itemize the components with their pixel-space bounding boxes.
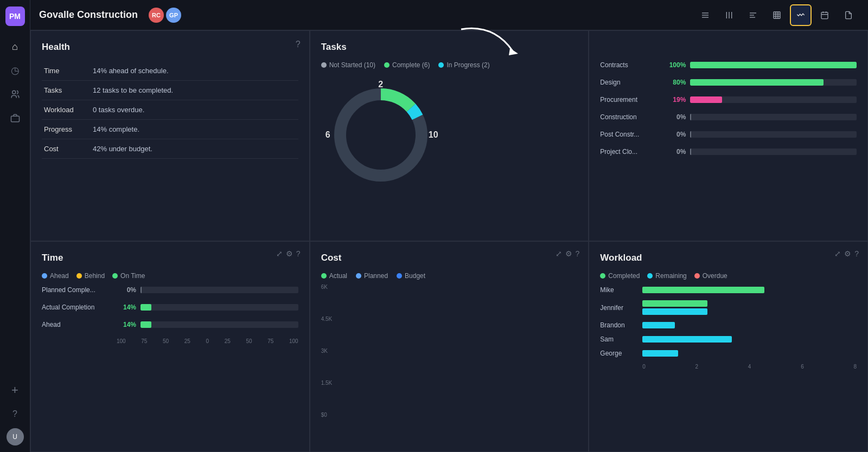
doc-view-button[interactable]: [838, 4, 859, 26]
app-logo[interactable]: PM: [5, 7, 25, 26]
tasks-donut: 2 6 10: [321, 75, 441, 195]
legend-dot: [321, 62, 327, 68]
sidebar-item-portfolio[interactable]: [5, 108, 25, 128]
time-axis-label: 0: [206, 338, 209, 344]
workload-bar-row: Sam: [600, 335, 857, 343]
time-bar-track: [141, 321, 298, 328]
health-label: Workload: [42, 100, 91, 120]
avatar-gp[interactable]: GP: [166, 8, 181, 23]
progress-row: Procurement 19%: [600, 96, 857, 104]
workload-bars-stack: [642, 350, 857, 357]
table-view-button[interactable]: [766, 4, 788, 26]
workload-settings-icon[interactable]: ⚙: [844, 249, 851, 258]
legend-label: Budget: [405, 272, 425, 280]
cost-settings-icon[interactable]: ⚙: [565, 249, 572, 258]
cost-expand-icon[interactable]: ⤢: [556, 249, 562, 258]
dashboard: Health ? Time14% ahead of schedule.Tasks…: [30, 30, 868, 452]
health-value: 12 tasks to be completed.: [91, 81, 298, 100]
sidebar-avatar[interactable]: U: [7, 428, 24, 445]
time-settings-icon[interactable]: ⚙: [286, 249, 293, 258]
sidebar-item-home[interactable]: ⌂: [5, 37, 25, 56]
workload-controls: ⤢ ⚙ ?: [834, 249, 859, 258]
health-row: Cost42% under budget.: [42, 139, 298, 159]
progress-pct: 0%: [664, 113, 686, 121]
workload-legend: CompletedRemainingOverdue: [600, 272, 857, 280]
progress-row: Contracts 100%: [600, 61, 857, 69]
sidebar-add-button[interactable]: +: [5, 380, 25, 400]
health-value: 14% ahead of schedule.: [91, 61, 298, 81]
progress-label: Post Constr...: [600, 131, 660, 138]
cost-panel: Cost ⤢ ⚙ ? ActualPlannedBudget $01.5K3K4…: [310, 241, 589, 452]
legend-dot: [112, 273, 118, 279]
workload-axis-label: 0: [642, 364, 646, 370]
cost-y-label: 3K: [321, 348, 341, 354]
project-title: Govalle Construction: [39, 9, 138, 21]
legend-label: Behind: [85, 272, 105, 280]
list-view-button[interactable]: [694, 4, 716, 26]
tasks-panel: Tasks Not Started (10)Complete (6)In Pro…: [310, 30, 589, 241]
main-content: Govalle Construction RC GP: [30, 0, 868, 452]
time-bar-pct: 14%: [117, 321, 136, 328]
legend-label: Actual: [329, 272, 347, 280]
health-help-icon[interactable]: ?: [296, 40, 301, 49]
tasks-area: 2 6 10: [321, 75, 578, 195]
workload-person-name: Jennifer: [600, 304, 638, 312]
cost-help-icon[interactable]: ?: [576, 249, 580, 258]
cost-legend-item: Actual: [321, 272, 347, 280]
progress-pct: 19%: [664, 96, 686, 104]
donut-label-top: 2: [378, 80, 383, 89]
legend-dot: [384, 62, 390, 68]
topbar: Govalle Construction RC GP: [30, 0, 868, 30]
cost-legend-item: Budget: [397, 272, 425, 280]
legend-dot: [694, 273, 700, 279]
progress-bar-fill: [690, 79, 823, 86]
calendar-view-button[interactable]: [814, 4, 835, 26]
legend-dot: [321, 273, 327, 279]
time-bars: Planned Comple... 0% Actual Completion 1…: [42, 286, 298, 328]
svg-rect-1: [11, 116, 19, 122]
health-value: 0 tasks overdue.: [91, 100, 298, 120]
legend-label: Overdue: [703, 272, 727, 280]
time-axis-label: 50: [163, 338, 169, 344]
align-view-button[interactable]: [742, 4, 764, 26]
workload-remaining-bar: [642, 308, 707, 315]
health-value: 42% under budget.: [91, 139, 298, 159]
sidebar-item-people[interactable]: [5, 85, 25, 104]
sidebar-item-recent[interactable]: ◷: [5, 61, 25, 80]
health-table: Time14% ahead of schedule.Tasks12 tasks …: [42, 61, 298, 159]
avatar-rc[interactable]: RC: [149, 8, 164, 23]
toolbar-icons: [694, 4, 859, 26]
cost-y-label: 4.5K: [321, 316, 341, 322]
workload-bar-row: Mike: [600, 286, 857, 294]
progress-pct: 80%: [664, 79, 686, 86]
cost-bars-area: [345, 284, 578, 418]
sidebar-help-icon[interactable]: ?: [5, 404, 25, 424]
cost-y-label: $0: [321, 412, 341, 418]
progress-row: Project Clo... 0%: [600, 148, 857, 156]
progress-label: Design: [600, 79, 660, 86]
time-controls: ⤢ ⚙ ?: [276, 249, 301, 258]
workload-help-icon[interactable]: ?: [854, 249, 859, 258]
legend-dot: [600, 273, 605, 279]
cost-chart: $01.5K3K4.5K6K: [321, 284, 578, 418]
workload-axis-label: 2: [695, 364, 699, 370]
progress-bar-track: [690, 96, 857, 103]
workload-bars-stack: [642, 322, 857, 328]
donut-label-left: 6: [326, 130, 330, 140]
progress-pct: 100%: [664, 61, 686, 69]
progress-label: Construction: [600, 113, 660, 121]
avatar-group: RC GP: [149, 8, 181, 23]
health-label: Progress: [42, 120, 91, 139]
workload-bar-row: Jennifer: [600, 300, 857, 315]
gantt-view-button[interactable]: [790, 4, 812, 26]
tasks-progress: [449, 75, 578, 195]
time-expand-icon[interactable]: ⤢: [276, 249, 283, 258]
workload-panel: Workload ⤢ ⚙ ? CompletedRemainingOverdue…: [589, 241, 868, 452]
columns-view-button[interactable]: [718, 4, 740, 26]
progress-bars-container: Contracts 100% Design 80% Procurement 19…: [600, 42, 857, 156]
time-help-icon[interactable]: ?: [296, 249, 301, 258]
health-title: Health: [42, 42, 298, 53]
progress-row: Design 80%: [600, 79, 857, 86]
workload-person-name: George: [600, 350, 638, 357]
workload-expand-icon[interactable]: ⤢: [834, 249, 841, 258]
